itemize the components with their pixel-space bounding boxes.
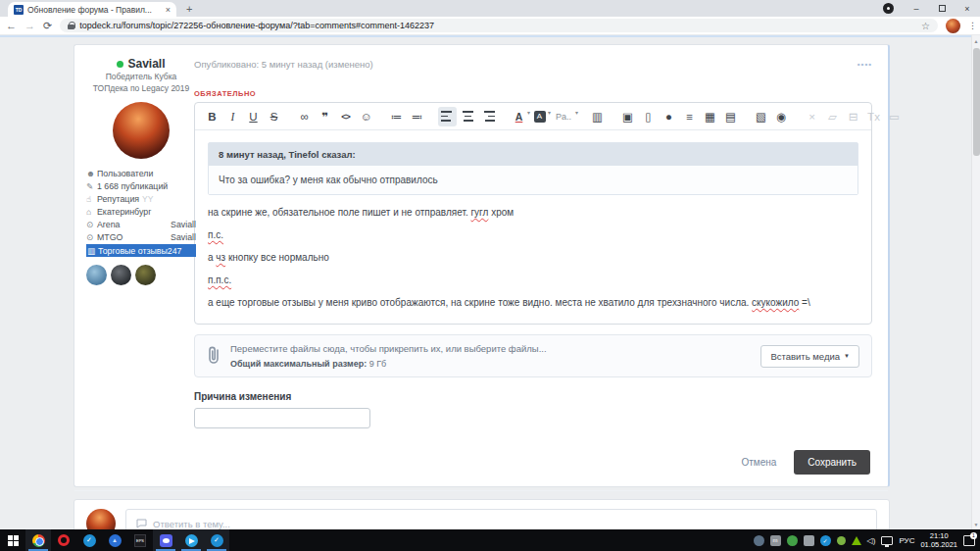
taskbar-app-check-2[interactable]: ✓ <box>204 529 229 551</box>
arena-icon: ⊙ <box>86 220 97 229</box>
scroll-down-icon[interactable]: ▼ <box>972 519 980 527</box>
toolbar-align-center-button[interactable] <box>459 107 477 126</box>
minimize-button[interactable]: – <box>904 0 929 17</box>
toolbar-preview-page-button[interactable]: ▥ <box>588 107 607 126</box>
building-icon: ⌂ <box>86 207 97 217</box>
badge-2[interactable] <box>111 265 131 285</box>
start-button[interactable] <box>0 529 25 551</box>
stat-label: 1 668 публикаций <box>97 181 168 191</box>
post-options-icon[interactable]: •••• <box>858 60 872 69</box>
stat-label: Arena <box>97 220 120 229</box>
new-tab-button[interactable]: + <box>186 3 192 17</box>
reply-input[interactable]: Ответить в тему... <box>125 509 877 529</box>
toolbar-unordered-list-button[interactable]: ≔ <box>387 107 406 126</box>
tray-steam-icon[interactable] <box>754 535 764 546</box>
taskbar-opera[interactable] <box>51 529 76 551</box>
toolbar-insert-table-button[interactable]: ▤ <box>721 107 740 126</box>
titlebar-extension-icon[interactable] <box>883 3 894 14</box>
bookmark-star-icon[interactable]: ☆ <box>921 21 930 31</box>
insert-media-button[interactable]: Вставить медиа▼ <box>760 345 859 368</box>
edit-reason-input[interactable] <box>194 408 370 428</box>
tray-leaf-icon[interactable] <box>837 536 846 545</box>
toolbar-underline-button[interactable]: U <box>244 107 263 126</box>
editor-body[interactable]: 8 минут назад, Tinefol сказал: Что за ош… <box>195 130 871 324</box>
action-center-icon[interactable] <box>963 535 975 546</box>
scroll-up-icon[interactable]: ▲ <box>972 35 980 44</box>
url-text[interactable]: topdeck.ru/forums/topic/272256-обновлени… <box>79 21 916 30</box>
attachment-area[interactable]: Переместите файлы сюда, чтобы прикрепить… <box>194 334 872 377</box>
cancel-button[interactable]: Отмена <box>741 457 776 468</box>
stat-value: Saviall <box>171 232 196 242</box>
close-button[interactable]: × <box>955 0 980 17</box>
taskbar-telegram[interactable] <box>178 529 204 551</box>
save-button[interactable]: Сохранить <box>794 450 870 475</box>
back-icon[interactable]: ← <box>6 21 17 31</box>
trade-icon: ▥ <box>87 246 98 256</box>
tray-check-icon[interactable]: ✓ <box>820 535 831 546</box>
taskbar-app-check[interactable]: ✓ <box>76 529 102 551</box>
volume-icon[interactable]: ◁) <box>867 536 876 545</box>
toolbar-text-color-button[interactable]: A▾ <box>510 107 528 126</box>
post-paragraph: п.п.с. <box>208 275 858 285</box>
forward-icon[interactable]: → <box>24 21 35 31</box>
toolbar-bold-button[interactable]: B <box>203 107 221 126</box>
author-sidebar: Saviall Победитель Кубка ТОПдека по Lega… <box>86 57 196 285</box>
browser-menu-icon[interactable]: ⋮ <box>968 25 974 27</box>
clock[interactable]: 21:10 01.05.2021 <box>920 531 957 549</box>
toolbar-link-button[interactable]: ∞ <box>295 107 314 126</box>
trade-feedback-row[interactable]: ▥ Торговые отзывы247 <box>86 244 196 257</box>
post-body: на скрине же, обязательное поле пишет и … <box>208 207 858 308</box>
post-editor[interactable]: BIUS∞❞<>☺≔≕A▾▾Pa..▾▥▣▯●≡▦▤▧◉×▱⊟Tx▭ 8 мин… <box>194 102 872 325</box>
toolbar-strikethrough-button[interactable]: S <box>265 107 283 126</box>
thumb-up-icon: ☝ <box>86 194 97 204</box>
toolbar-ordered-list-button[interactable]: ≕ <box>408 107 426 126</box>
edit-reason-label: Причина изменения <box>194 391 872 402</box>
drop-files-text[interactable]: Переместите файлы сюда, чтобы прикрепить… <box>230 343 751 354</box>
quote-header[interactable]: 8 минут назад, Tinefol сказал: <box>209 143 858 166</box>
taskbar-drive[interactable]: ▲ <box>102 529 127 551</box>
toolbar-copy-button: ▱ <box>823 107 842 126</box>
scrollbar[interactable]: ▲ ▼ <box>971 35 980 529</box>
tray-green-icon[interactable] <box>787 535 798 546</box>
toolbar-preview-eye-button[interactable]: ◉ <box>772 107 791 126</box>
author-name[interactable]: Saviall <box>127 57 165 71</box>
badge-1[interactable] <box>86 265 107 285</box>
url-bar[interactable]: topdeck.ru/forums/topic/272256-обновлени… <box>60 19 938 32</box>
maximize-button[interactable] <box>929 0 955 17</box>
tab-close-icon[interactable]: × <box>166 5 171 15</box>
tray-nvidia-icon[interactable] <box>852 536 861 545</box>
toolbar-insert-lines-button[interactable]: ≡ <box>680 107 699 126</box>
toolbar-insert-mobile-button[interactable]: ▯ <box>639 107 658 126</box>
author-avatar[interactable] <box>113 102 170 159</box>
padlock-icon[interactable] <box>68 22 74 29</box>
toolbar-align-right-button[interactable] <box>479 107 498 126</box>
speech-bubble-icon <box>136 519 147 528</box>
toolbar-paragraph-style-button[interactable]: Pa..▾ <box>551 107 576 126</box>
browser-profile-avatar[interactable] <box>946 19 960 33</box>
taskbar-epic[interactable]: EPS <box>127 529 153 551</box>
toolbar-code-button[interactable]: <> <box>336 107 355 126</box>
toolbar-quote-button[interactable]: ❞ <box>316 107 334 126</box>
language-indicator[interactable]: РУС <box>899 536 914 545</box>
toolbar-insert-media-button[interactable]: ▧ <box>752 107 770 126</box>
toolbar-bg-color-button[interactable]: ▾ <box>530 107 549 126</box>
toolbar-insert-bubble-button[interactable]: ● <box>660 107 678 126</box>
taskbar-discord[interactable] <box>153 529 178 551</box>
toolbar-insert-grid-button[interactable]: ▦ <box>701 107 719 126</box>
network-icon[interactable] <box>881 536 893 545</box>
tray-headset-icon[interactable] <box>804 535 814 546</box>
toolbar-emoji-button[interactable]: ☺ <box>357 107 375 126</box>
reload-icon[interactable]: ⟳ <box>43 21 52 31</box>
toolbar-insert-image-button[interactable]: ▣ <box>618 107 637 126</box>
toolbar-italic-button[interactable]: I <box>223 107 242 126</box>
browser-tab[interactable]: TD Обновление форума - Правил... × <box>8 2 176 17</box>
online-status-icon <box>117 61 123 68</box>
taskbar-chrome[interactable] <box>25 529 51 551</box>
author-badges <box>86 265 196 285</box>
tray-m-icon[interactable]: m <box>770 535 781 546</box>
users-icon: ☻ <box>86 169 97 178</box>
badge-3[interactable] <box>135 265 156 285</box>
toolbar-remove-format-button: Tx <box>864 107 883 126</box>
toolbar-align-left-button[interactable] <box>438 107 457 126</box>
scrollbar-thumb[interactable] <box>973 48 980 156</box>
